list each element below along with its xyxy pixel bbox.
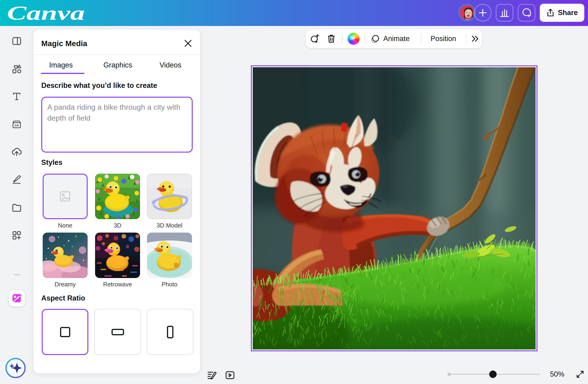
- svg-text:co: co: [15, 123, 19, 127]
